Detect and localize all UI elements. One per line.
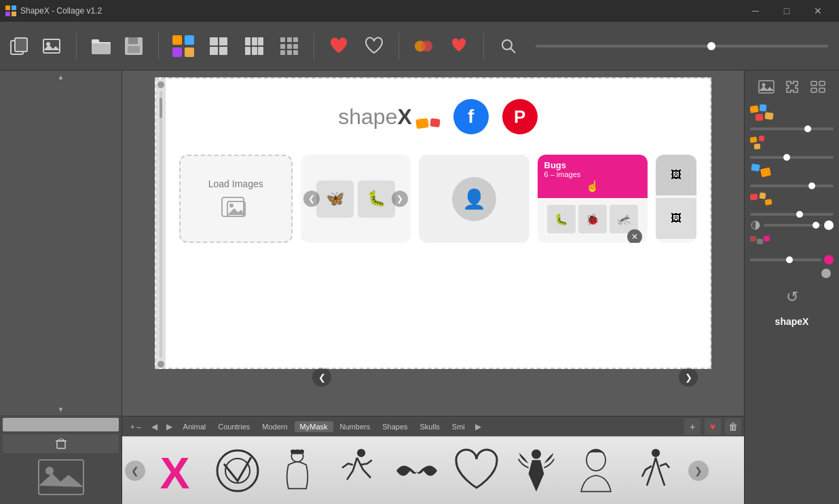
tab-more-right[interactable]: ▶ (472, 420, 485, 433)
image-button[interactable] (38, 33, 65, 60)
rs-image-icon[interactable] (756, 76, 777, 98)
tab-nav-prev[interactable]: ◀ (148, 420, 162, 433)
svg-rect-68 (759, 136, 765, 142)
image-panel-bugs[interactable]: Bugs 6 – images ☝ 🐛 🐞 🦟 ✕ (538, 155, 648, 243)
svg-point-53 (357, 448, 365, 457)
tab-favorite-button[interactable]: ♥ (705, 419, 721, 435)
sidebar-images-area (0, 83, 122, 403)
scroll-down-arrow[interactable]: ▼ (0, 403, 122, 415)
svg-rect-1 (12, 5, 16, 10)
svg-rect-29 (280, 44, 285, 49)
close-button[interactable]: ✕ (802, 0, 834, 22)
layout-9-button[interactable] (276, 33, 303, 60)
rs-slider-1[interactable] (750, 128, 834, 130)
sticker-heart[interactable] (449, 444, 504, 498)
svg-point-48 (229, 203, 234, 208)
sticker-x[interactable]: X (151, 444, 205, 498)
sticker-next-button[interactable]: ❯ (688, 461, 709, 481)
maximize-button[interactable]: □ (771, 0, 802, 22)
shapex-icon (171, 34, 195, 58)
image-panel-2[interactable]: ❮ 🦋 🐛 ❯ (301, 155, 411, 243)
rs-slider-4-thumb (796, 211, 803, 218)
tab-skulls[interactable]: Skulls (415, 421, 445, 432)
svg-rect-71 (760, 168, 771, 178)
sidebar-delete-button[interactable] (3, 434, 119, 453)
open-button[interactable] (88, 33, 115, 60)
mask-love-button[interactable] (410, 33, 437, 60)
mustache-sticker-icon (393, 447, 441, 495)
tab-delete-button[interactable]: 🗑 (725, 419, 741, 435)
heart-outline-icon (364, 36, 384, 56)
svg-rect-34 (293, 50, 298, 55)
panels-prev-arrow[interactable]: ❮ (312, 368, 331, 387)
sticker-mustache[interactable] (390, 444, 444, 498)
collage-canvas[interactable]: shapeX f P (155, 77, 711, 369)
svg-rect-25 (258, 47, 263, 55)
rs-puzzle-icon[interactable] (781, 76, 803, 98)
rs-slider-5[interactable] (764, 224, 821, 227)
rs-slider-4[interactable] (750, 213, 834, 216)
svg-rect-64 (760, 104, 767, 111)
image-panel-3[interactable]: 👤 (419, 155, 529, 243)
sticker-prev-button[interactable]: ❮ (125, 461, 145, 481)
panel2-thumb2: 🐛 (358, 180, 395, 218)
rs-effect-icon[interactable] (807, 76, 829, 98)
heart-full-button[interactable] (325, 33, 352, 60)
layout-6-button[interactable] (240, 33, 267, 60)
heart-full-icon (329, 36, 349, 56)
sticker-portrait[interactable] (569, 444, 623, 498)
scroll-up-btn[interactable] (157, 81, 164, 88)
zoom-slider-container (530, 45, 834, 47)
sticker-woman[interactable] (270, 444, 324, 498)
search-button[interactable] (495, 33, 522, 60)
save-button[interactable] (120, 33, 147, 60)
panel2-thumb1: 🦋 (316, 180, 354, 218)
sticker-cupid[interactable] (509, 444, 563, 498)
rs-slider-2[interactable] (750, 156, 834, 159)
zoom-slider[interactable] (536, 45, 828, 47)
tab-numbers[interactable]: Numbers (335, 421, 376, 432)
tab-add-button[interactable]: + (684, 419, 701, 435)
scroll-down-btn[interactable] (157, 361, 164, 368)
layout-4-button[interactable] (205, 33, 232, 60)
heart-outline-button[interactable] (360, 33, 388, 60)
tab-nav-next[interactable]: ▶ (163, 420, 176, 433)
tab-modern[interactable]: Modern (257, 421, 293, 432)
sticker-runner[interactable] (330, 444, 384, 498)
tab-mymask[interactable]: MyMask (295, 421, 333, 432)
x-sticker-icon: X (154, 447, 202, 495)
panels-next-arrow[interactable]: ❯ (679, 368, 698, 387)
shapex-button[interactable] (170, 33, 197, 60)
rs-slider-6[interactable] (750, 258, 821, 261)
svg-rect-67 (750, 136, 758, 142)
panel2-prev-button[interactable]: ❮ (303, 191, 320, 207)
sticker-vcircle[interactable] (210, 444, 265, 498)
right-sidebar: ↺ shapeX (744, 71, 839, 504)
rs-slider-3[interactable] (750, 185, 834, 187)
minimize-button[interactable]: ─ (740, 0, 771, 22)
svg-rect-20 (245, 37, 250, 45)
image-panel-5[interactable]: 🖼 🖼 (656, 155, 696, 243)
load-images-panel[interactable]: Load Images (179, 155, 293, 243)
rs-small-shapes-2 (747, 163, 836, 180)
heart-small-button[interactable] (445, 33, 472, 60)
rs-slider-1-thumb (804, 125, 811, 132)
tab-shapes[interactable]: Shapes (377, 421, 413, 432)
separator1 (76, 33, 77, 60)
separator3 (314, 33, 314, 60)
rs-undo-button[interactable]: ↺ (780, 285, 804, 309)
tab-plus-minus[interactable]: + – (125, 421, 147, 432)
tab-countries[interactable]: Countries (212, 421, 255, 432)
copy-button[interactable] (5, 33, 33, 60)
sticker-dancer[interactable] (629, 444, 683, 498)
svg-rect-72 (750, 193, 758, 200)
scroll-up-arrow[interactable]: ▲ (0, 71, 122, 83)
toolbar-group-io (88, 33, 147, 60)
bugs-close-button[interactable]: ✕ (627, 229, 642, 243)
tab-smi[interactable]: Smi (447, 421, 470, 432)
rs-slider-2-row (747, 156, 836, 159)
svg-rect-44 (39, 460, 83, 495)
tab-animal[interactable]: Animal (178, 421, 212, 432)
svg-rect-61 (811, 88, 817, 92)
panel2-next-button[interactable]: ❯ (392, 191, 408, 207)
